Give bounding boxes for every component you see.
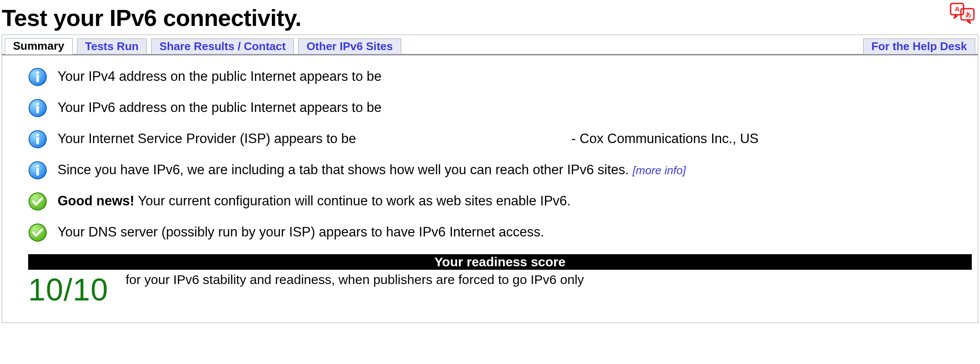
translate-icon[interactable]: A あ — [950, 3, 976, 26]
svg-text:あ: あ — [965, 11, 971, 18]
result-ipv6: Your IPv6 address on the public Internet… — [58, 99, 382, 117]
svg-rect-9 — [36, 106, 39, 113]
check-icon — [28, 223, 47, 242]
svg-rect-15 — [36, 168, 39, 176]
tabinfo-text: Since you have IPv6, we are including a … — [58, 162, 629, 177]
svg-rect-12 — [36, 137, 39, 144]
svg-rect-6 — [36, 75, 39, 82]
goodnews-text: Your current configuration will continue… — [134, 193, 571, 208]
score-desc: for your IPv6 stability and readiness, w… — [126, 272, 584, 287]
tab-bar: Summary Tests Run Share Results / Contac… — [2, 35, 978, 55]
svg-point-8 — [36, 102, 39, 105]
isp-label: Your Internet Service Provider (ISP) app… — [58, 131, 356, 146]
tab-container: Summary Tests Run Share Results / Contac… — [2, 35, 978, 323]
score-header: Your readiness score — [28, 254, 972, 270]
tab-tests-run[interactable]: Tests Run — [77, 38, 147, 54]
more-info-link[interactable]: [more info] — [633, 164, 686, 177]
page-title: Test your IPv6 connectivity. — [2, 4, 978, 31]
result-tabinfo: Since you have IPv6, we are including a … — [58, 161, 686, 179]
tab-helpdesk[interactable]: For the Help Desk — [863, 38, 975, 54]
info-icon — [28, 130, 47, 149]
summary-content: Your IPv4 address on the public Internet… — [2, 55, 978, 322]
svg-point-5 — [36, 71, 39, 74]
tab-share[interactable]: Share Results / Contact — [151, 38, 294, 54]
result-isp: Your Internet Service Provider (ISP) app… — [58, 130, 759, 148]
tab-other[interactable]: Other IPv6 Sites — [298, 38, 401, 54]
goodnews-bold: Good news! — [58, 193, 134, 208]
svg-point-11 — [36, 134, 39, 136]
result-ipv4: Your IPv4 address on the public Internet… — [58, 67, 382, 86]
check-icon — [28, 192, 47, 211]
svg-point-14 — [36, 165, 39, 167]
info-icon — [28, 67, 47, 86]
score-value: 10/10 — [28, 272, 108, 305]
result-goodnews: Good news! Your current configuration wi… — [58, 192, 571, 210]
info-icon — [28, 99, 47, 118]
info-icon — [28, 161, 47, 180]
isp-value: - Cox Communications Inc., US — [571, 131, 758, 146]
result-dns: Your DNS server (possibly run by your IS… — [58, 223, 544, 241]
svg-text:A: A — [955, 5, 960, 13]
tab-summary[interactable]: Summary — [5, 38, 73, 54]
